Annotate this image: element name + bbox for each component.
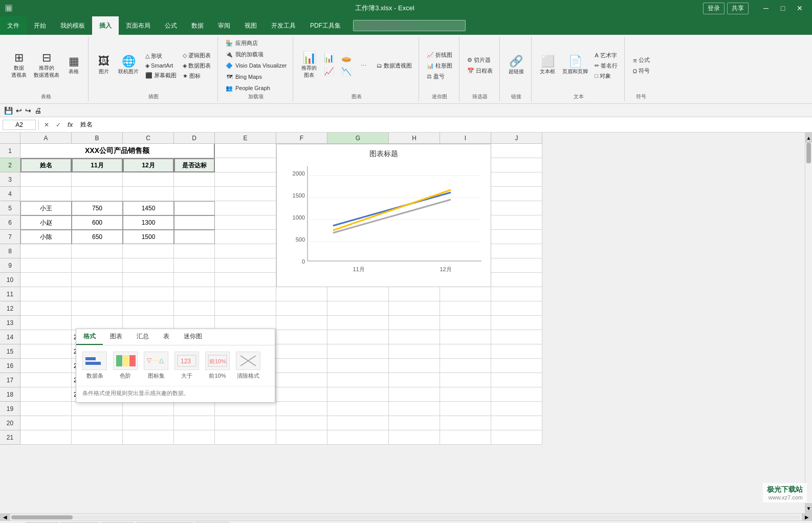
btn-appstore[interactable]: 🏪 应用商店	[223, 38, 260, 48]
row-header-9[interactable]: 9	[0, 258, 20, 273]
col-header-c[interactable]: C	[123, 133, 174, 144]
btn-bar[interactable]: 📉	[338, 66, 355, 78]
cell-b4[interactable]	[72, 187, 123, 201]
cell-e2[interactable]	[215, 158, 276, 172]
btn-symbol[interactable]: Ω 符号	[630, 66, 652, 76]
save-btn[interactable]: 💾	[4, 106, 13, 115]
cell-c3[interactable]	[123, 172, 174, 187]
row-header-14[interactable]: 14	[0, 330, 20, 344]
btn-picture[interactable]: 🖼 图片	[94, 54, 114, 77]
cell-a6[interactable]: 小赵	[20, 215, 72, 230]
hscroll-track[interactable]	[11, 515, 801, 519]
popup-tab-summary[interactable]: 汇总	[129, 329, 156, 345]
row-header-8[interactable]: 8	[0, 244, 20, 258]
tab-review[interactable]: 审阅	[211, 16, 237, 35]
btn-timeline[interactable]: 📅 日程表	[465, 66, 495, 76]
cell-b19[interactable]	[72, 402, 123, 416]
cell-c8[interactable]	[123, 244, 174, 258]
cell-d5[interactable]	[174, 201, 215, 215]
btn-sign[interactable]: ✏ 签名行	[592, 61, 620, 71]
minimize-btn[interactable]: ─	[759, 3, 773, 14]
cell-b7[interactable]: 650	[72, 230, 123, 244]
cell-b2[interactable]: 11月	[72, 158, 123, 172]
popup-item-databar[interactable]: 数据条	[82, 352, 107, 380]
formula-input[interactable]	[78, 120, 809, 129]
btn-linespark[interactable]: 📈 折线图	[424, 50, 455, 60]
restore-btn[interactable]: □	[776, 3, 790, 14]
tab-view[interactable]: 视图	[237, 16, 264, 35]
cell-d3[interactable]	[174, 172, 215, 187]
cell-a5[interactable]: 小王	[20, 201, 72, 215]
btn-textbox[interactable]: ⬜ 文本框	[537, 54, 558, 77]
row-header-15[interactable]: 15	[0, 344, 20, 359]
cell-j4[interactable]	[491, 187, 542, 201]
cell-b8[interactable]	[72, 244, 123, 258]
cell-j2[interactable]	[491, 158, 542, 172]
cell-c2[interactable]: 12月	[123, 158, 174, 172]
popup-item-greaterthan[interactable]: 123 大于	[174, 352, 199, 380]
cell-j1[interactable]	[491, 144, 542, 158]
btn-pivot2[interactable]: 🗂 数据透视图	[374, 61, 414, 71]
cell-d8[interactable]	[174, 244, 215, 258]
cell-d7[interactable]	[174, 230, 215, 244]
btn-myaddin[interactable]: 🔌 我的加载项	[223, 49, 266, 59]
undo-btn[interactable]: ↩	[16, 106, 22, 115]
col-header-a[interactable]: A	[20, 133, 72, 144]
cell-a8[interactable]	[20, 244, 72, 258]
row-header-1[interactable]: 1	[0, 144, 20, 158]
vscroll-up[interactable]: ▲	[805, 133, 812, 143]
cell-e5[interactable]	[215, 201, 276, 215]
hscroll-bar[interactable]: ◀ ▶	[0, 513, 812, 520]
print-btn[interactable]: 🖨	[34, 106, 41, 115]
hscroll-right[interactable]: ▶	[802, 514, 812, 521]
col-header-d[interactable]: D	[174, 133, 215, 144]
btn-col[interactable]: 📊	[321, 53, 337, 65]
login-btn[interactable]: 登录	[703, 3, 725, 14]
hscroll-thumb[interactable]	[11, 515, 73, 519]
tab-insert[interactable]: 插入	[92, 16, 119, 35]
tab-mytemplate[interactable]: 我的模板	[53, 16, 92, 35]
tab-pagelayout[interactable]: 页面布局	[119, 16, 158, 35]
cell-j8[interactable]	[491, 244, 542, 258]
cell-c4[interactable]	[123, 187, 174, 201]
redo-btn[interactable]: ↪	[25, 106, 31, 115]
cell-e6[interactable]	[215, 215, 276, 230]
btn-logicdiagram[interactable]: ◇ 逻辑图表	[180, 51, 213, 60]
row-header-10[interactable]: 10	[0, 273, 20, 287]
col-header-b[interactable]: B	[72, 133, 123, 144]
btn-bing[interactable]: 🗺 Bing Maps	[223, 72, 264, 82]
row-header-21[interactable]: 21	[0, 430, 20, 445]
row-header-5[interactable]: 5	[0, 201, 20, 215]
cell-title[interactable]: XXX公司产品销售额	[20, 144, 215, 158]
tab-file[interactable]: 文件	[0, 16, 27, 35]
cell-e1[interactable]	[215, 144, 276, 158]
close-btn[interactable]: ✕	[793, 3, 807, 14]
btn-table[interactable]: ▦ 表格	[63, 54, 84, 77]
tab-home[interactable]: 开始	[27, 16, 53, 35]
cell-a2[interactable]: 姓名	[20, 158, 72, 172]
cell-j6[interactable]	[491, 215, 542, 230]
btn-more-charts[interactable]: ⋯	[356, 61, 371, 71]
ribbon-search[interactable]	[353, 20, 466, 31]
share-btn[interactable]: 共享	[727, 3, 749, 14]
vscroll-down[interactable]: ▼	[805, 503, 812, 513]
row-header-3[interactable]: 3	[0, 172, 20, 187]
cell-b3[interactable]	[72, 172, 123, 187]
cell-c5[interactable]: 1450	[123, 201, 174, 215]
btn-smartart[interactable]: ◈ SmartArt	[143, 61, 179, 70]
popup-tab-spark[interactable]: 迷你图	[177, 329, 209, 345]
btn-visio[interactable]: 🔷 Visio Data Visualizer	[223, 60, 289, 71]
insert-function-icon[interactable]: fx	[65, 120, 75, 130]
cell-j3[interactable]	[491, 172, 542, 187]
btn-arttext[interactable]: A 艺术字	[592, 51, 620, 60]
row-header-19[interactable]: 19	[0, 402, 20, 416]
tab-formula[interactable]: 公式	[158, 16, 184, 35]
btn-datadrawing[interactable]: ◈ 数据图表	[180, 61, 213, 71]
popup-tab-charts[interactable]: 图表	[103, 329, 129, 345]
row-header-16[interactable]: 16	[0, 359, 20, 373]
cell-c7[interactable]: 1500	[123, 230, 174, 244]
btn-onlinepic[interactable]: 🌐 联机图片	[115, 54, 142, 77]
btn-piespark[interactable]: ⚖ 盈亏	[424, 72, 447, 81]
btn-header[interactable]: 📄 页眉和页脚	[559, 54, 591, 77]
cell-j5[interactable]	[491, 201, 542, 215]
